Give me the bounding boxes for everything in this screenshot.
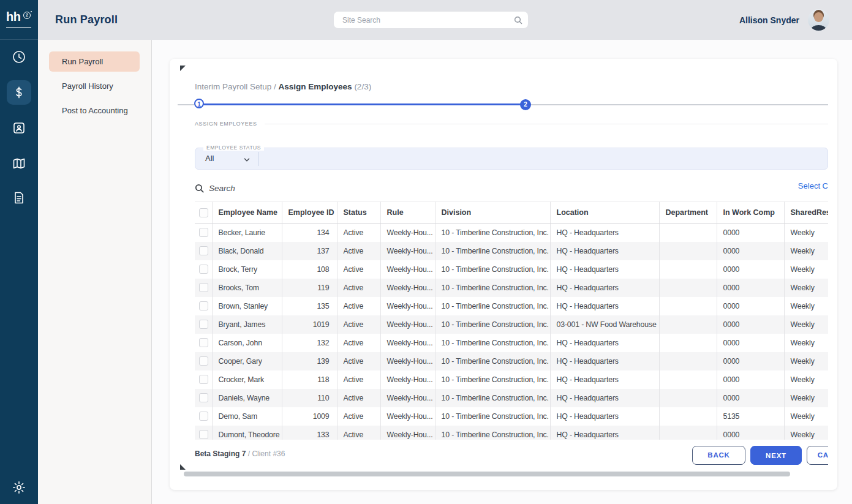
table-row: Carson, John132ActiveWeekly-Hou...10 - T… <box>195 334 828 352</box>
row-checkbox[interactable] <box>199 412 208 421</box>
cell-id: 110 <box>282 389 337 407</box>
map-icon[interactable] <box>12 156 26 171</box>
cell-department <box>659 260 717 279</box>
report-icon[interactable] <box>12 190 26 205</box>
settings-gear-icon[interactable] <box>12 480 26 495</box>
cell-name: Demo, Sam <box>212 407 282 426</box>
next-button[interactable]: NEXT <box>750 446 802 465</box>
col-employee-id: Employee ID <box>282 202 337 224</box>
cell-name: Dumont, Theodore <box>212 426 282 440</box>
chevron-down-icon[interactable] <box>243 155 251 166</box>
cell-rule: Weekly-Hou... <box>380 334 435 352</box>
row-checkbox[interactable] <box>199 246 208 255</box>
cell-rule: Weekly-Hou... <box>380 297 435 315</box>
section-heading: ASSIGN EMPLOYEES <box>195 121 828 127</box>
header-checkbox[interactable] <box>199 208 208 217</box>
cell-location: HQ - Headquarters <box>550 334 659 352</box>
cell-checkbox <box>195 389 212 407</box>
select-link[interactable]: Select C <box>798 181 828 190</box>
cell-checkbox <box>195 426 212 440</box>
cell-work_comp: 0000 <box>717 426 784 440</box>
row-checkbox[interactable] <box>199 356 208 366</box>
cell-name: Cooper, Gary <box>212 352 282 370</box>
employee-table: Employee Name Employee ID Status Rule Di… <box>195 201 828 440</box>
table-search-input[interactable] <box>209 184 344 193</box>
breadcrumb-parent[interactable]: Interim Payroll Setup <box>195 82 271 91</box>
app-logo[interactable]: hh 2 <box>0 0 38 40</box>
cell-id: 134 <box>282 224 337 242</box>
sidebar-item-payroll-history[interactable]: Payroll History <box>49 76 140 96</box>
row-checkbox[interactable] <box>199 375 208 384</box>
cell-rule: Weekly-Hou... <box>380 407 435 426</box>
row-checkbox[interactable] <box>199 338 208 347</box>
cell-status: Active <box>337 426 380 440</box>
cell-shared: Weekly <box>784 352 828 370</box>
cell-shared: Weekly <box>784 370 828 389</box>
cell-rule: Weekly-Hou... <box>380 242 435 260</box>
time-icon[interactable] <box>12 50 26 64</box>
row-checkbox[interactable] <box>199 228 208 237</box>
cell-department <box>659 352 717 370</box>
cell-name: Brooks, Tom <box>212 279 282 297</box>
cell-name: Black, Donald <box>212 242 282 260</box>
back-button[interactable]: BACK <box>692 446 745 465</box>
cell-shared: Weekly <box>784 297 828 315</box>
employee-status-select[interactable]: All <box>205 148 214 169</box>
row-checkbox[interactable] <box>199 283 208 292</box>
top-header: Run Payroll Allison Snyder <box>38 0 852 40</box>
employees-icon[interactable] <box>12 121 26 135</box>
table-row: Brown, Stanley135ActiveWeekly-Hou...10 -… <box>195 297 828 315</box>
cell-shared: Weekly <box>784 315 828 334</box>
cancel-button[interactable]: CANCEL <box>807 446 828 465</box>
cell-id: 133 <box>282 426 337 440</box>
cell-location: HQ - Headquarters <box>550 407 659 426</box>
cell-shared: Weekly <box>784 334 828 352</box>
cell-location: HQ - Headquarters <box>550 260 659 279</box>
cell-division: 10 - Timberline Construction, Inc. <box>435 426 550 440</box>
cell-work_comp: 0000 <box>717 279 784 297</box>
table-row: Brooks, Tom119ActiveWeekly-Hou...10 - Ti… <box>195 279 828 297</box>
stepper-progress <box>200 103 526 105</box>
sidebar-item-run-payroll[interactable]: Run Payroll <box>49 51 140 72</box>
sidebar-item-post-to-accounting[interactable]: Post to Accounting <box>49 100 140 121</box>
payroll-sidebar: Run Payroll Payroll History Post to Acco… <box>38 40 152 504</box>
row-checkbox[interactable] <box>199 430 208 439</box>
table-row: Demo, Sam1009ActiveWeekly-Hou...10 - Tim… <box>195 407 828 426</box>
cell-name: Becker, Laurie <box>212 224 282 242</box>
corner-mark-top-icon <box>180 66 186 71</box>
cell-status: Active <box>337 389 380 407</box>
row-checkbox[interactable] <box>199 320 208 329</box>
cell-division: 10 - Timberline Construction, Inc. <box>435 297 550 315</box>
table-row: Daniels, Wayne110ActiveWeekly-Hou...10 -… <box>195 389 828 407</box>
cell-id: 132 <box>282 334 337 352</box>
breadcrumb-current: Assign Employees <box>279 82 352 91</box>
cell-shared: Weekly <box>784 224 828 242</box>
col-department: Department <box>659 202 717 224</box>
step-2-circle[interactable]: 2 <box>520 99 531 110</box>
cell-work_comp: 0000 <box>717 352 784 370</box>
wizard-stepper: 1 2 <box>195 99 828 111</box>
user-menu[interactable]: Allison Snyder <box>739 0 829 40</box>
step-1-circle[interactable]: 1 <box>194 99 204 108</box>
cell-status: Active <box>337 279 380 297</box>
horizontal-scrollbar[interactable] <box>184 472 790 476</box>
site-search <box>334 12 528 28</box>
user-name: Allison Snyder <box>739 15 799 25</box>
cell-id: 1009 <box>282 407 337 426</box>
table-row: Crocker, Mark118ActiveWeekly-Hou...10 - … <box>195 370 828 389</box>
cell-name: Crocker, Mark <box>212 370 282 389</box>
cell-division: 10 - Timberline Construction, Inc. <box>435 407 550 426</box>
cell-work_comp: 0000 <box>717 389 784 407</box>
row-checkbox[interactable] <box>199 265 208 274</box>
main-area: Interim Payroll Setup / Assign Employees… <box>152 40 852 504</box>
row-checkbox[interactable] <box>199 393 208 402</box>
cell-division: 10 - Timberline Construction, Inc. <box>435 334 550 352</box>
row-checkbox[interactable] <box>199 301 208 310</box>
status-bar-divider <box>258 152 258 166</box>
cell-checkbox <box>195 352 212 370</box>
cell-division: 10 - Timberline Construction, Inc. <box>435 260 550 279</box>
cell-division: 10 - Timberline Construction, Inc. <box>435 279 550 297</box>
cell-shared: Weekly <box>784 279 828 297</box>
payroll-nav-active-tile[interactable] <box>7 80 31 105</box>
site-search-input[interactable] <box>334 12 528 28</box>
